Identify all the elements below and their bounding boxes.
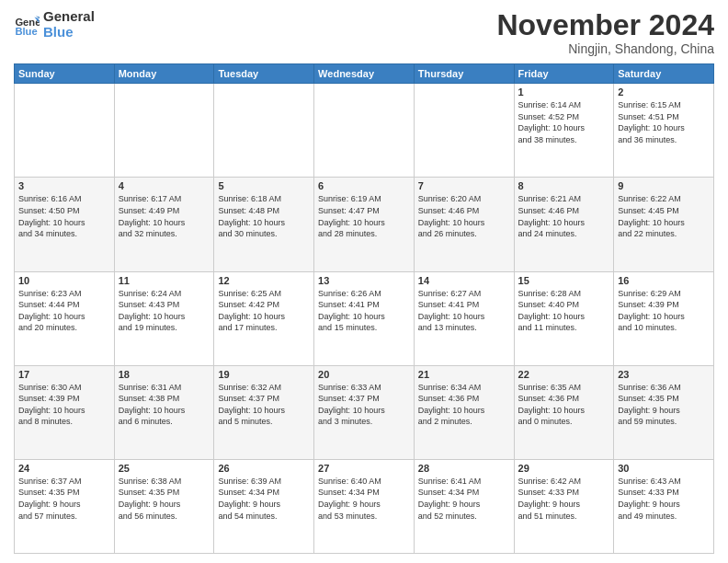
day-info: Sunrise: 6:39 AM Sunset: 4:34 PM Dayligh…: [218, 476, 310, 522]
calendar-cell: 7Sunrise: 6:20 AM Sunset: 4:46 PM Daylig…: [414, 178, 514, 271]
day-info: Sunrise: 6:41 AM Sunset: 4:34 PM Dayligh…: [418, 476, 510, 522]
day-number: 15: [518, 275, 610, 286]
day-info: Sunrise: 6:23 AM Sunset: 4:44 PM Dayligh…: [18, 288, 110, 334]
col-wednesday: Wednesday: [314, 64, 415, 84]
logo: General Blue General Blue: [14, 9, 95, 40]
calendar-cell: 13Sunrise: 6:26 AM Sunset: 4:41 PM Dayli…: [314, 271, 415, 365]
day-number: 16: [618, 275, 710, 286]
calendar-cell: [214, 84, 314, 178]
calendar-header-row: Sunday Monday Tuesday Wednesday Thursday…: [15, 64, 714, 84]
calendar-cell: 15Sunrise: 6:28 AM Sunset: 4:40 PM Dayli…: [514, 271, 614, 365]
day-number: 7: [418, 180, 510, 191]
calendar-cell: 10Sunrise: 6:23 AM Sunset: 4:44 PM Dayli…: [15, 271, 115, 365]
calendar-cell: 26Sunrise: 6:39 AM Sunset: 4:34 PM Dayli…: [214, 459, 314, 553]
day-info: Sunrise: 6:22 AM Sunset: 4:45 PM Dayligh…: [618, 193, 710, 239]
header: General Blue General Blue November 2024 …: [14, 9, 714, 56]
day-number: 4: [119, 180, 210, 191]
day-number: 23: [618, 369, 710, 380]
calendar-cell: 6Sunrise: 6:19 AM Sunset: 4:47 PM Daylig…: [314, 178, 415, 271]
calendar-week-3: 10Sunrise: 6:23 AM Sunset: 4:44 PM Dayli…: [15, 271, 714, 365]
day-info: Sunrise: 6:31 AM Sunset: 4:38 PM Dayligh…: [119, 382, 210, 428]
day-info: Sunrise: 6:17 AM Sunset: 4:49 PM Dayligh…: [119, 193, 210, 239]
calendar-cell: 29Sunrise: 6:42 AM Sunset: 4:33 PM Dayli…: [514, 459, 614, 553]
day-info: Sunrise: 6:14 AM Sunset: 4:52 PM Dayligh…: [518, 99, 610, 145]
day-info: Sunrise: 6:18 AM Sunset: 4:48 PM Dayligh…: [218, 193, 310, 239]
day-info: Sunrise: 6:26 AM Sunset: 4:41 PM Dayligh…: [318, 288, 410, 334]
calendar-cell: 8Sunrise: 6:21 AM Sunset: 4:46 PM Daylig…: [514, 178, 614, 271]
day-number: 28: [418, 463, 510, 474]
calendar-cell: 23Sunrise: 6:36 AM Sunset: 4:35 PM Dayli…: [614, 365, 714, 459]
day-number: 9: [618, 180, 710, 191]
calendar-cell: 2Sunrise: 6:15 AM Sunset: 4:51 PM Daylig…: [614, 84, 714, 178]
col-monday: Monday: [114, 64, 214, 84]
day-number: 27: [318, 463, 410, 474]
calendar-cell: 19Sunrise: 6:32 AM Sunset: 4:37 PM Dayli…: [214, 365, 314, 459]
page: General Blue General Blue November 2024 …: [0, 0, 728, 563]
calendar-cell: 22Sunrise: 6:35 AM Sunset: 4:36 PM Dayli…: [514, 365, 614, 459]
day-number: 6: [318, 180, 410, 191]
day-number: 18: [119, 369, 210, 380]
calendar-cell: 14Sunrise: 6:27 AM Sunset: 4:41 PM Dayli…: [414, 271, 514, 365]
day-info: Sunrise: 6:43 AM Sunset: 4:33 PM Dayligh…: [618, 476, 710, 522]
calendar-week-5: 24Sunrise: 6:37 AM Sunset: 4:35 PM Dayli…: [15, 459, 714, 553]
location: Ningjin, Shandong, China: [496, 41, 714, 56]
day-number: 29: [518, 463, 610, 474]
day-number: 17: [18, 369, 110, 380]
day-number: 10: [18, 275, 110, 286]
calendar-cell: 27Sunrise: 6:40 AM Sunset: 4:34 PM Dayli…: [314, 459, 415, 553]
calendar-week-2: 3Sunrise: 6:16 AM Sunset: 4:50 PM Daylig…: [15, 178, 714, 271]
calendar-cell: 30Sunrise: 6:43 AM Sunset: 4:33 PM Dayli…: [614, 459, 714, 553]
calendar-cell: 17Sunrise: 6:30 AM Sunset: 4:39 PM Dayli…: [15, 365, 115, 459]
col-sunday: Sunday: [15, 64, 115, 84]
day-number: 30: [618, 463, 710, 474]
day-info: Sunrise: 6:24 AM Sunset: 4:43 PM Dayligh…: [119, 288, 210, 334]
calendar-cell: 12Sunrise: 6:25 AM Sunset: 4:42 PM Dayli…: [214, 271, 314, 365]
day-number: 26: [218, 463, 310, 474]
day-number: 5: [218, 180, 310, 191]
day-info: Sunrise: 6:32 AM Sunset: 4:37 PM Dayligh…: [218, 382, 310, 428]
day-number: 3: [18, 180, 110, 191]
day-info: Sunrise: 6:42 AM Sunset: 4:33 PM Dayligh…: [518, 476, 610, 522]
logo-icon: General Blue: [14, 12, 40, 38]
calendar-cell: [314, 84, 415, 178]
day-number: 21: [418, 369, 510, 380]
day-number: 14: [418, 275, 510, 286]
svg-text:Blue: Blue: [15, 26, 37, 37]
day-number: 24: [18, 463, 110, 474]
calendar-cell: 9Sunrise: 6:22 AM Sunset: 4:45 PM Daylig…: [614, 178, 714, 271]
day-info: Sunrise: 6:25 AM Sunset: 4:42 PM Dayligh…: [218, 288, 310, 334]
calendar-week-1: 1Sunrise: 6:14 AM Sunset: 4:52 PM Daylig…: [15, 84, 714, 178]
day-number: 13: [318, 275, 410, 286]
day-number: 19: [218, 369, 310, 380]
day-number: 2: [618, 86, 710, 98]
day-info: Sunrise: 6:33 AM Sunset: 4:37 PM Dayligh…: [318, 382, 410, 428]
day-info: Sunrise: 6:20 AM Sunset: 4:46 PM Dayligh…: [418, 193, 510, 239]
day-number: 12: [218, 275, 310, 286]
day-info: Sunrise: 6:38 AM Sunset: 4:35 PM Dayligh…: [119, 476, 210, 522]
col-friday: Friday: [514, 64, 614, 84]
col-thursday: Thursday: [414, 64, 514, 84]
day-number: 11: [119, 275, 210, 286]
calendar-cell: 16Sunrise: 6:29 AM Sunset: 4:39 PM Dayli…: [614, 271, 714, 365]
logo-general: General: [43, 9, 95, 25]
col-saturday: Saturday: [614, 64, 714, 84]
day-number: 22: [518, 369, 610, 380]
calendar-cell: 24Sunrise: 6:37 AM Sunset: 4:35 PM Dayli…: [15, 459, 115, 553]
title-area: November 2024 Ningjin, Shandong, China: [496, 9, 714, 56]
calendar-cell: 1Sunrise: 6:14 AM Sunset: 4:52 PM Daylig…: [514, 84, 614, 178]
col-tuesday: Tuesday: [214, 64, 314, 84]
calendar-cell: 25Sunrise: 6:38 AM Sunset: 4:35 PM Dayli…: [114, 459, 214, 553]
calendar-cell: [414, 84, 514, 178]
day-number: 20: [318, 369, 410, 380]
calendar-cell: 18Sunrise: 6:31 AM Sunset: 4:38 PM Dayli…: [114, 365, 214, 459]
day-number: 8: [518, 180, 610, 191]
logo-blue: Blue: [43, 25, 95, 40]
day-info: Sunrise: 6:37 AM Sunset: 4:35 PM Dayligh…: [18, 476, 110, 522]
calendar-table: Sunday Monday Tuesday Wednesday Thursday…: [14, 63, 714, 554]
calendar-cell: 20Sunrise: 6:33 AM Sunset: 4:37 PM Dayli…: [314, 365, 415, 459]
calendar-cell: 28Sunrise: 6:41 AM Sunset: 4:34 PM Dayli…: [414, 459, 514, 553]
calendar-cell: [15, 84, 115, 178]
day-info: Sunrise: 6:34 AM Sunset: 4:36 PM Dayligh…: [418, 382, 510, 428]
day-info: Sunrise: 6:27 AM Sunset: 4:41 PM Dayligh…: [418, 288, 510, 334]
calendar-cell: 4Sunrise: 6:17 AM Sunset: 4:49 PM Daylig…: [114, 178, 214, 271]
